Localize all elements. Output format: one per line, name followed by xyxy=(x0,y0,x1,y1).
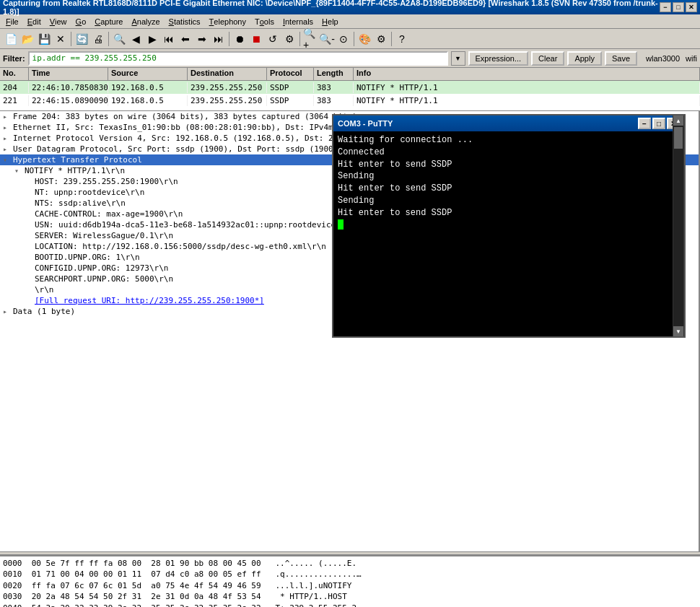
col-header-source[interactable]: Source xyxy=(108,68,188,80)
sep4 xyxy=(299,32,300,46)
putty-line: Hit enter to send SSDP xyxy=(338,159,680,171)
hex-line: 0010 01 71 00 04 00 00 01 11 07 d4 c0 a8… xyxy=(3,569,697,580)
open-icon[interactable]: 📂 xyxy=(19,31,35,47)
title-bar: Capturing from Realtek RTL8168D/8111D PC… xyxy=(0,0,700,14)
minimize-button[interactable]: − xyxy=(660,2,671,12)
menu-telephony[interactable]: Telephony xyxy=(205,15,250,28)
capture-options-icon[interactable]: ⚙ xyxy=(281,31,297,47)
reload-icon[interactable]: 🔄 xyxy=(74,31,89,47)
packet-row[interactable]: 204 22:46:10.785083000 192.168.0.5 239.2… xyxy=(0,81,700,94)
menu-file[interactable]: File xyxy=(1,15,23,28)
wlan3000-label: wlan3000 xyxy=(646,54,680,63)
putty-cursor xyxy=(338,219,344,230)
col-header-proto[interactable]: Protocol xyxy=(267,68,314,80)
menu-go[interactable]: Go xyxy=(71,15,91,28)
putty-title-bar: COM3 - PuTTY − □ ✕ xyxy=(333,115,684,131)
menu-analyze[interactable]: Analyze xyxy=(127,15,164,28)
detail-nts-text: NTS: ssdp:alive\r\n xyxy=(35,198,126,208)
detail-crlf-text: \r\n xyxy=(35,285,54,294)
packet-proto: SSDP xyxy=(267,95,314,106)
detail-frame-text: Frame 204: 383 bytes on wire (3064 bits)… xyxy=(13,112,357,121)
col-header-length[interactable]: Length xyxy=(314,68,354,80)
capture-restart-icon[interactable]: ↺ xyxy=(265,31,281,47)
capture-stop-icon[interactable]: ⏹ xyxy=(248,31,264,47)
detail-searchport-text: SEARCHPORT.UPNP.ORG: 5000\r\n xyxy=(35,274,173,284)
zoom-in-icon[interactable]: 🔍+ xyxy=(302,31,318,47)
help-icon[interactable]: ? xyxy=(394,31,410,47)
col-header-info[interactable]: Info xyxy=(354,68,700,80)
wifi-label: wifi xyxy=(686,54,697,63)
menu-edit[interactable]: Edit xyxy=(23,15,45,28)
zoom-out-icon[interactable]: 🔍- xyxy=(319,31,335,47)
new-capture-icon[interactable]: 📄 xyxy=(3,31,19,47)
packet-source: 192.168.0.5 xyxy=(108,82,188,93)
putty-minimize-button[interactable]: − xyxy=(638,118,651,129)
filter-dropdown-button[interactable]: ▼ xyxy=(451,51,465,66)
detail-nt-text: NT: upnp:rootdevice\r\n xyxy=(35,188,144,197)
go-last-icon[interactable]: ⏭ xyxy=(211,31,227,47)
capture-start-icon[interactable]: ⏺ xyxy=(232,31,248,47)
maximize-button[interactable]: □ xyxy=(673,2,684,12)
close-button[interactable]: ✕ xyxy=(686,2,697,12)
packet-dest: 239.255.255.250 xyxy=(188,82,267,93)
toolbar: 📄 📂 💾 ✕ 🔄 🖨 🔍 ◀ ▶ ⏮ ⬅ ➡ ⏭ ⏺ ⏹ ↺ ⚙ 🔍+ 🔍- … xyxy=(0,29,700,49)
packet-length: 383 xyxy=(314,95,354,106)
print-icon[interactable]: 🖨 xyxy=(90,31,106,47)
menu-help[interactable]: Help xyxy=(318,15,343,28)
putty-maximize-button[interactable]: □ xyxy=(652,118,665,129)
detail-usn-text: USN: uuid:d6db194a-dca5-11e3-be68-1a5149… xyxy=(35,220,355,230)
putty-scroll-track[interactable] xyxy=(673,131,683,326)
go-first-icon[interactable]: ⏮ xyxy=(161,31,177,47)
go-back-icon[interactable]: ◀ xyxy=(128,31,144,47)
prefs-icon[interactable]: ⚙ xyxy=(373,31,389,47)
expand-icon: ▸ xyxy=(3,134,13,142)
putty-terminal[interactable]: Waiting for connection ... Connected Hit… xyxy=(333,131,684,336)
detail-http-text: Hypertext Transfer Protocol xyxy=(13,155,142,165)
expand-icon: ▸ xyxy=(3,123,13,131)
detail-host-text: HOST: 239.255.255.250:1900\r\n xyxy=(35,177,178,186)
find-icon[interactable]: 🔍 xyxy=(111,31,127,47)
go-prev-icon[interactable]: ⬅ xyxy=(178,31,193,47)
menu-view[interactable]: View xyxy=(45,15,71,28)
packet-list-header: No. Time Source Destination Protocol Len… xyxy=(0,68,700,81)
close-capture-icon[interactable]: ✕ xyxy=(53,31,69,47)
menu-internals[interactable]: Internals xyxy=(279,15,318,28)
putty-line: Hit enter to send SSDP xyxy=(338,183,680,195)
detail-uri-text[interactable]: [Full request URI: http://239.255.255.25… xyxy=(35,296,264,305)
clear-button[interactable]: Clear xyxy=(531,51,564,66)
expand-icon xyxy=(25,188,35,196)
detail-configid-text: CONFIGID.UPNP.ORG: 12973\r\n xyxy=(35,263,168,273)
col-header-no[interactable]: No. xyxy=(0,68,29,80)
packet-row[interactable]: 221 22:46:15.089009000 192.168.0.5 239.2… xyxy=(0,94,700,107)
go-next-icon[interactable]: ➡ xyxy=(194,31,210,47)
menu-statistics[interactable]: Statistics xyxy=(165,15,205,28)
filter-input[interactable] xyxy=(28,51,448,66)
apply-button[interactable]: Apply xyxy=(567,51,602,66)
expression-button[interactable]: Expression... xyxy=(468,51,529,66)
detail-notify-text: NOTIFY * HTTP/1.1\r\n xyxy=(25,166,125,175)
packet-proto: SSDP xyxy=(267,82,314,93)
col-header-dest[interactable]: Destination xyxy=(188,68,267,80)
zoom-reset-icon[interactable]: ⊙ xyxy=(336,31,351,47)
col-header-time[interactable]: Time xyxy=(29,68,108,80)
putty-window: COM3 - PuTTY − □ ✕ Waiting for connectio… xyxy=(332,114,686,338)
hex-line: 0020 ff fa 07 6c 07 6c 01 5d a0 75 4e 4f… xyxy=(3,580,697,591)
putty-scroll-thumb[interactable] xyxy=(674,131,683,149)
save-button[interactable]: Save xyxy=(605,51,637,66)
detail-bootid-text: BOOTID.UPNP.ORG: 1\r\n xyxy=(35,253,140,262)
expand-icon xyxy=(25,275,35,283)
detail-cache-text: CACHE-CONTROL: max-age=1900\r\n xyxy=(35,209,183,219)
putty-scrollbar[interactable]: ▲ ▼ xyxy=(673,131,684,336)
hex-line: 0030 20 2a 48 54 54 50 2f 31 2e 31 0d 0a… xyxy=(3,591,697,602)
go-forward-icon[interactable]: ▶ xyxy=(144,31,160,47)
expand-icon xyxy=(25,210,35,218)
packet-no: 204 xyxy=(0,82,29,93)
colorize-icon[interactable]: 🎨 xyxy=(356,31,372,47)
detail-udp-text: User Datagram Protocol, Src Port: ssdp (… xyxy=(13,144,338,154)
expand-icon xyxy=(25,286,35,294)
save-icon[interactable]: 💾 xyxy=(36,31,52,47)
menu-capture[interactable]: Capture xyxy=(90,15,127,28)
menu-tools[interactable]: Tools xyxy=(250,15,279,28)
packet-time: 22:46:15.089009000 xyxy=(29,95,108,106)
putty-scroll-down[interactable]: ▼ xyxy=(673,326,683,336)
